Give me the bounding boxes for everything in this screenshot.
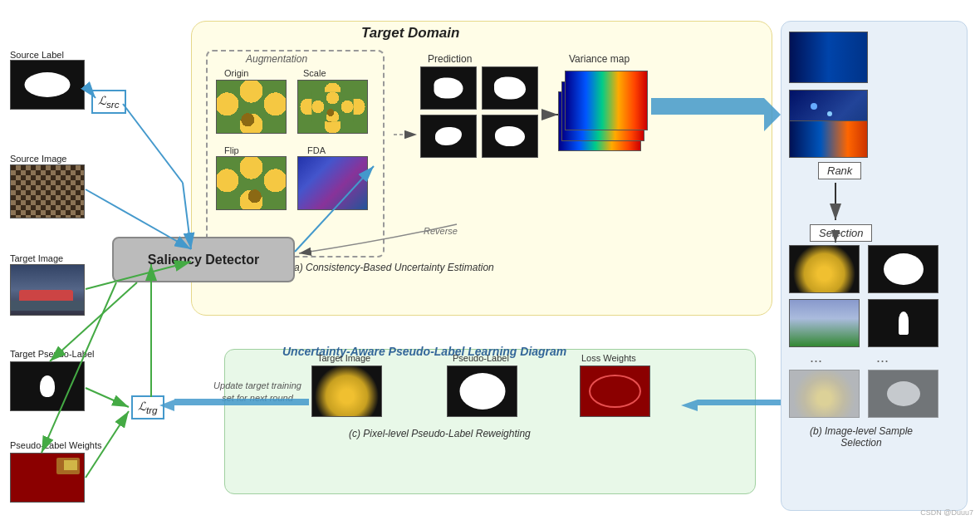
saliency-detector-label: Saliency Detector [148, 253, 259, 267]
unc-target-image-label: Target Image [317, 353, 370, 363]
target-pseudo-label-text: Target Pseudo-Label [10, 349, 95, 359]
loss-src-label: ℒsrc [98, 94, 120, 107]
pred-img-3 [420, 115, 477, 158]
pseudo-label-weights-text: Pseudo-Label Weights [10, 440, 101, 450]
rank-box: Rank [818, 162, 861, 179]
loss-trg-box: ℒtrg [131, 395, 164, 419]
unc-loss-weights-img [580, 365, 650, 417]
reverse-label: Reverse [424, 226, 458, 236]
update-text: Update target training set for next roun… [208, 380, 307, 405]
caption-a: (a) Consistency-Based Uncertainty Estima… [291, 262, 494, 273]
dots-sel-left: ... [810, 349, 822, 366]
right-img-1 [789, 32, 868, 83]
pseudo-label-weights-img [10, 453, 85, 503]
target-domain-title: Target Domain [361, 25, 459, 42]
target-image-img-left [10, 264, 85, 316]
target-pseudo-label-img [10, 361, 85, 411]
unc-pseudo-blob-img [447, 365, 517, 417]
pred-img-2 [482, 66, 538, 110]
selection-label: Selection [819, 227, 863, 239]
dots-sel-right: ... [876, 349, 889, 366]
scale-label: Scale [303, 68, 326, 78]
pred-img-1 [420, 66, 477, 110]
watermark: CSDN @Duuu7 [920, 508, 973, 517]
variance-label: Variance map [569, 53, 630, 65]
sel-img-sport [789, 299, 860, 347]
fda-img [297, 156, 368, 210]
saliency-detector-box: Saliency Detector [112, 237, 295, 282]
scale-img [297, 80, 368, 134]
prediction-label: Prediction [428, 53, 472, 65]
origin-label: Origin [224, 68, 248, 78]
rank-label: Rank [827, 164, 852, 177]
sel-img-blob [868, 245, 938, 293]
flip-label: Flip [224, 145, 239, 155]
unc-pseudo-label-label: Pseudo-Label [453, 353, 509, 363]
sel-img-blob-fade [868, 370, 938, 418]
caption-b: (b) Image-level SampleSelection [791, 425, 932, 449]
main-diagram: Target Domain Uncertainty-Aware Pseudo-L… [0, 0, 980, 520]
origin-img [216, 80, 287, 134]
unc-mango-img [311, 365, 382, 417]
svg-line-5 [123, 104, 183, 183]
fda-label: FDA [307, 145, 326, 155]
source-label-text: Source Label [10, 50, 64, 60]
source-image-img [10, 164, 85, 218]
target-image-text: Target Image [10, 253, 63, 263]
right-img-3 [789, 120, 868, 158]
loss-src-box: ℒsrc [91, 90, 126, 114]
loss-trg-label: ℒtrg [138, 400, 158, 413]
source-label-img [10, 60, 85, 110]
pred-img-4 [482, 115, 538, 158]
source-image-text: Source Image [10, 154, 66, 164]
sel-img-flower-fade [789, 370, 860, 418]
unc-loss-weights-label: Loss Weights [581, 353, 636, 363]
augmentation-label: Augmentation [246, 53, 307, 65]
selection-box: Selection [810, 224, 872, 242]
flip-img [216, 156, 287, 210]
sel-img-mango [789, 245, 860, 293]
variance-img-1 [565, 71, 648, 130]
caption-c: (c) Pixel-level Pseudo-Label Reweighting [349, 428, 531, 439]
svg-line-18 [86, 388, 129, 407]
sel-img-person [868, 299, 938, 347]
